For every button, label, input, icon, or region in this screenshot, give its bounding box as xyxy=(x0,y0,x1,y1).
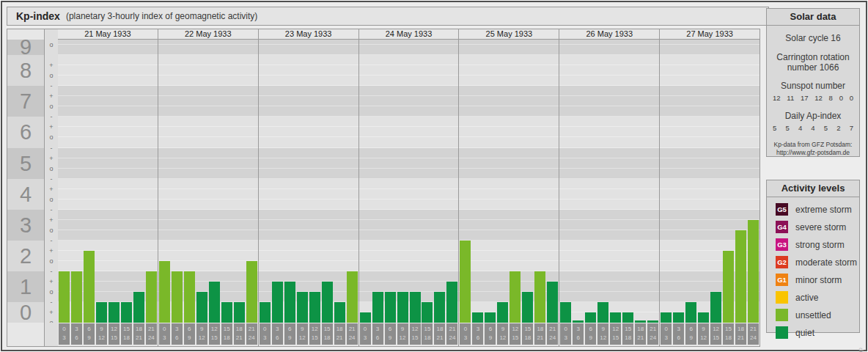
y-sublabel-4o: o xyxy=(45,196,58,203)
kp-bar-23may-6-9 xyxy=(284,282,295,323)
outer-frame: Kp-index (planetary 3-hourly index of ge… xyxy=(1,1,867,351)
x-label-hours: 1215 xyxy=(510,323,521,345)
legend-chip-g1: G1 xyxy=(776,274,788,286)
y-axis-number-3: 3 xyxy=(7,210,44,241)
activity-levels-panel: Activity levels G5extreme stormG4severe … xyxy=(766,180,860,333)
bar-slot xyxy=(208,40,221,323)
kp-bar-27may-15-18 xyxy=(723,251,734,323)
x-label-slot: 912 xyxy=(95,323,108,346)
data-source-line1: Kp-data from GFZ Potsdam: xyxy=(767,141,859,149)
kp-bar-21may-0-3 xyxy=(59,271,70,323)
x-label-slot: 1215 xyxy=(409,323,422,346)
kp-bar-23may-3-6 xyxy=(272,282,283,323)
legend-chip-unsettled xyxy=(776,309,788,321)
y-sublabel-3minus: - xyxy=(45,237,58,244)
solar-data-header: Solar data xyxy=(767,9,859,26)
kp-bar-26may-15-18 xyxy=(622,312,633,323)
x-label-hours: 912 xyxy=(196,323,207,345)
kp-bar-22may-21-24 xyxy=(246,261,257,323)
legend-row-g1: G1minor storm xyxy=(776,274,859,286)
y-sublabel-8minus: - xyxy=(45,82,58,89)
x-label-slot: 1215 xyxy=(509,323,521,346)
legend-label-quiet: quiet xyxy=(795,328,814,338)
kp-bar-25may-18-21 xyxy=(534,271,545,323)
bar-slot xyxy=(747,40,760,323)
bar-slot xyxy=(171,40,183,323)
kp-bar-27may-0-3 xyxy=(661,312,672,323)
kp-bar-26may-9-12 xyxy=(597,302,608,323)
y-axis-number-1: 1 xyxy=(7,271,44,302)
x-label-hours: 69 xyxy=(585,323,596,345)
x-label-slot: 1215 xyxy=(208,323,221,346)
bar-slot xyxy=(95,40,108,323)
bar-slot xyxy=(534,40,546,323)
bar-slot xyxy=(559,40,572,323)
x-label-slot: 2124 xyxy=(246,323,258,346)
x-label-hours: 1215 xyxy=(710,323,721,345)
x-label-slot: 1215 xyxy=(609,323,622,346)
bar-slot xyxy=(685,40,697,323)
bar-slot xyxy=(158,40,171,323)
bar-slot xyxy=(259,40,271,323)
bar-slot xyxy=(397,40,409,323)
x-label-hours: 2124 xyxy=(246,323,257,345)
legend-chip-active xyxy=(776,291,788,304)
bar-slot xyxy=(422,40,434,323)
x-label-group-1: 0336699121215151818212124 xyxy=(58,323,158,346)
kp-bar-23may-21-24 xyxy=(347,271,358,323)
x-label-hours: 1821 xyxy=(434,323,445,345)
date-header-2: 22 May 1933 xyxy=(158,29,258,39)
x-label-hours: 69 xyxy=(84,323,95,345)
kp-bar-27may-18-21 xyxy=(735,230,746,323)
x-label-group-4: 0336699121215151818212124 xyxy=(358,323,459,346)
x-label-hours: 36 xyxy=(372,323,383,345)
x-label-slot: 1518 xyxy=(722,323,735,346)
x-label-hours: 1518 xyxy=(221,323,232,345)
legend-label-g5: extreme storm xyxy=(795,205,852,215)
kp-bar-23may-12-15 xyxy=(309,292,320,323)
bar-slot xyxy=(133,40,145,323)
page-title: Kp-index xyxy=(16,10,60,22)
legend-row-quiet: quiet xyxy=(776,326,859,339)
x-label-hours: 1518 xyxy=(322,323,333,345)
x-label-slot: 69 xyxy=(284,323,296,346)
x-label-hours: 69 xyxy=(184,323,195,345)
y-sublabel-4plus: + xyxy=(45,186,58,193)
bar-slot xyxy=(221,40,233,323)
x-label-slot: 2124 xyxy=(346,323,358,346)
page-subtitle: (planetary 3-hourly index of geomagnetic… xyxy=(66,11,257,21)
bar-slot xyxy=(233,40,246,323)
kp-bar-25may-21-24 xyxy=(547,282,558,323)
y-sublabel-6minus: - xyxy=(45,144,58,152)
x-label-slot: 2124 xyxy=(546,323,559,346)
x-label-slot: 69 xyxy=(183,323,196,346)
kp-bar-24may-18-21 xyxy=(434,292,445,323)
date-header-5: 25 May 1933 xyxy=(458,29,559,39)
x-label-slot: 1518 xyxy=(221,323,233,346)
bar-slot xyxy=(346,40,358,323)
sunspot-value: 8 xyxy=(829,94,833,102)
date-header-1: 21 May 1933 xyxy=(58,29,158,39)
bar-slot xyxy=(145,40,158,323)
x-label-slot: 2124 xyxy=(145,323,158,346)
x-label-slot: 03 xyxy=(459,323,471,346)
bar-slot xyxy=(697,40,710,323)
y-sublabel-2minus: - xyxy=(45,268,58,275)
y-sublabel-5plus: + xyxy=(45,155,58,162)
legend-row-unsettled: unsettled xyxy=(776,309,859,321)
x-label-group-3: 0336699121215151818212124 xyxy=(258,323,358,346)
sunspot-value: 17 xyxy=(801,94,809,102)
x-label-slot: 36 xyxy=(171,323,183,346)
daily-ap-values: 5544527 xyxy=(767,124,859,132)
bar-slot xyxy=(546,40,559,323)
x-label-hours: 1821 xyxy=(334,323,345,345)
y-sublabel-1plus: + xyxy=(45,278,58,285)
solar-cycle-text: Solar cycle 16 xyxy=(767,33,859,43)
y-axis-number-5: 5 xyxy=(7,148,44,179)
x-label-slot: 1821 xyxy=(634,323,647,346)
x-label-hours: 69 xyxy=(284,323,295,345)
kp-bar-27may-9-12 xyxy=(698,312,709,323)
y-sublabel-4minus: - xyxy=(45,206,58,213)
x-label-group-6: 0336699121215151818212124 xyxy=(559,323,659,346)
bar-slot xyxy=(609,40,622,323)
